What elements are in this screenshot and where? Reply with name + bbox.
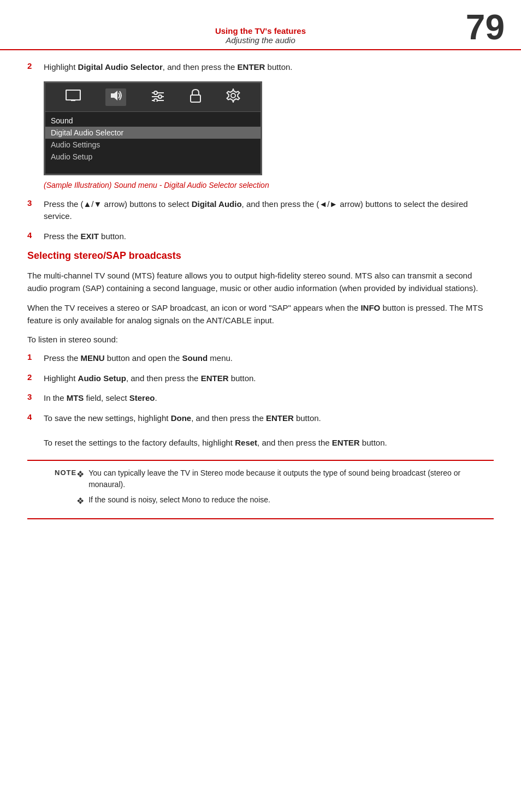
svg-point-7	[158, 95, 162, 98]
stereo-step-2-text: Highlight Audio Setup, and then press th…	[44, 372, 256, 385]
tv-menu-caption: (Sample Illustration) Sound menu - Digit…	[44, 181, 494, 189]
step-2-text: Highlight Digital Audio Selector, and th…	[44, 61, 293, 74]
step-4-number: 4	[27, 230, 44, 243]
svg-rect-1	[71, 100, 75, 101]
reset-bold: Reset	[235, 438, 257, 447]
step-4: 4 Press the EXIT button.	[27, 230, 494, 243]
note-item-2-text: If the sound is noisy, select Mono to re…	[88, 494, 270, 505]
tv-menu-item-digital-audio-selector: Digital Audio Selector	[45, 127, 260, 139]
stereo-step-4-num: 4	[27, 412, 44, 449]
stereo-step-2: 2 Highlight Audio Setup, and then press …	[27, 372, 494, 385]
tv-icon-sound	[105, 88, 126, 106]
tv-menu-content: Sound Digital Audio Selector Audio Setti…	[45, 112, 260, 174]
info-bold: INFO	[360, 303, 380, 312]
step-3: 3 Press the (▲/▼ arrow) buttons to selec…	[27, 198, 494, 223]
enter-bold-s2: ENTER	[201, 374, 229, 383]
tv-icon-screen	[66, 90, 81, 105]
note-bullet-1: ❖	[76, 468, 84, 481]
note-item-2: ❖ If the sound is noisy, select Mono to …	[76, 494, 477, 507]
tv-menu-item-audio-setup: Audio Setup	[45, 151, 260, 163]
note-item-1: ❖ You can typically leave the TV in Ster…	[76, 467, 477, 490]
tv-icon-gear	[226, 88, 240, 106]
header-title-block: Using the TV's features Adjusting the au…	[66, 26, 455, 45]
note-items: ❖ You can typically leave the TV in Ster…	[76, 467, 494, 512]
note-bullet-2: ❖	[76, 495, 84, 507]
step-3-text: Press the (▲/▼ arrow) buttons to select …	[44, 198, 494, 223]
step-2-bold2: ENTER	[238, 62, 265, 72]
stereo-step-4: 4 To save the new settings, highlight Do…	[27, 412, 494, 449]
svg-point-10	[231, 93, 235, 98]
menu-bold: MENU	[81, 353, 105, 363]
stereo-step-3-num: 3	[27, 392, 44, 405]
header-title: Using the TV's features	[66, 26, 455, 35]
step-4-bold: EXIT	[81, 232, 99, 241]
tv-menu-item-audio-settings: Audio Settings	[45, 139, 260, 151]
stereo-step-2-num: 2	[27, 372, 44, 385]
tv-icon-lock	[190, 88, 202, 106]
note-label: NOTE	[27, 467, 76, 512]
note-block: NOTE ❖ You can typically leave the TV in…	[27, 460, 494, 519]
step-3-number: 3	[27, 198, 44, 223]
sound-bold: Sound	[182, 353, 208, 363]
step-3-bold1: Digital Audio	[192, 199, 242, 209]
stereo-step-4-text: To save the new settings, highlight Done…	[44, 412, 387, 449]
note-item-1-text: You can typically leave the TV in Stereo…	[88, 467, 477, 490]
step-2-bold1: Digital Audio Selector	[78, 62, 163, 72]
svg-point-6	[154, 91, 157, 94]
page-number: 79	[455, 10, 505, 45]
tv-menu-sound-label: Sound	[45, 115, 260, 127]
done-bold: Done	[171, 413, 192, 423]
svg-rect-9	[191, 95, 200, 102]
tv-icon-settings	[151, 90, 165, 105]
svg-point-8	[154, 99, 157, 102]
step-4-text: Press the EXIT button.	[44, 230, 126, 243]
stereo-steps-list: 1 Press the MENU button and open the Sou…	[27, 352, 494, 449]
stereo-bold: Stereo	[129, 393, 155, 402]
enter-bold-s4b: ENTER	[332, 438, 360, 447]
enter-bold-s4a: ENTER	[266, 413, 294, 423]
body-para-3: To listen in stereo sound:	[27, 333, 494, 346]
section-heading-stereo-sap: Selecting stereo/SAP broadcasts	[27, 250, 494, 262]
body-para-1: The multi-channel TV sound (MTS) feature…	[27, 269, 494, 295]
stereo-step-3-text: In the MTS field, select Stereo.	[44, 392, 157, 405]
tv-menu-screenshot: Sound Digital Audio Selector Audio Setti…	[44, 81, 262, 175]
mts-bold: MTS	[67, 393, 84, 402]
tv-menu-icons	[45, 83, 260, 112]
stereo-step-3: 3 In the MTS field, select Stereo.	[27, 392, 494, 405]
page-header: Using the TV's features Adjusting the au…	[0, 0, 521, 50]
stereo-step-1: 1 Press the MENU button and open the Sou…	[27, 352, 494, 365]
svg-rect-0	[66, 90, 80, 100]
step-2-number: 2	[27, 61, 44, 74]
header-subtitle: Adjusting the audio	[66, 35, 455, 45]
audio-setup-bold: Audio Setup	[78, 374, 126, 383]
svg-marker-2	[111, 91, 117, 100]
page: Using the TV's features Adjusting the au…	[0, 0, 521, 530]
body-para-2: When the TV receives a stereo or SAP bro…	[27, 301, 494, 327]
content-area: 2 Highlight Digital Audio Selector, and …	[0, 50, 521, 530]
step-2: 2 Highlight Digital Audio Selector, and …	[27, 61, 494, 74]
stereo-step-1-num: 1	[27, 352, 44, 365]
stereo-step-1-text: Press the MENU button and open the Sound…	[44, 352, 233, 365]
